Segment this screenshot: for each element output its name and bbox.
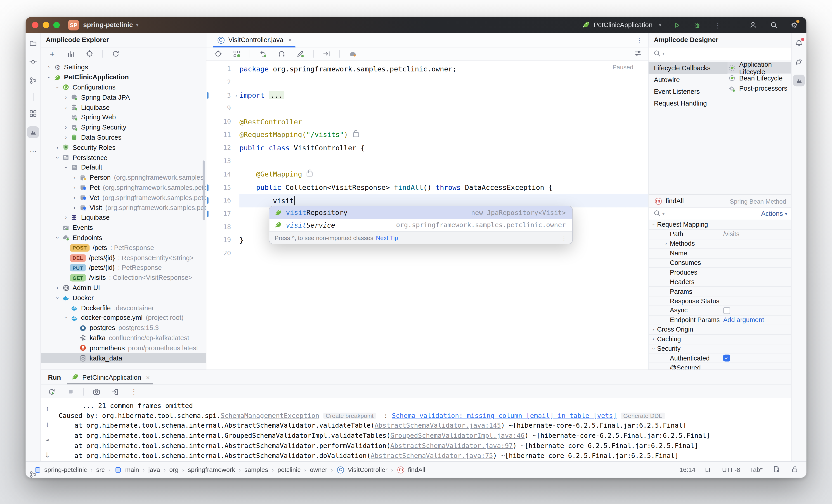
undo-leaf-button[interactable]: [257, 48, 269, 60]
actions-dropdown[interactable]: Actions▾: [761, 210, 787, 217]
commit-button[interactable]: [27, 56, 39, 68]
chevron-down-icon[interactable]: ›: [62, 165, 70, 170]
breadcrumb-samples[interactable]: samples: [244, 466, 268, 474]
run-configuration-selector[interactable]: PetClinicApplication ▾: [582, 20, 661, 30]
bug-button[interactable]: [691, 19, 703, 31]
console-link[interactable]: AbstractSchemaValidator.java:145: [374, 422, 501, 429]
add-argument-link[interactable]: Add argument: [723, 316, 764, 324]
tree-item-data-sources[interactable]: ›Data Sources: [41, 132, 206, 142]
breadcrumb-org[interactable]: org: [170, 466, 179, 474]
modules-button[interactable]: [27, 108, 39, 120]
property-row-endpoint-params[interactable]: Endpoint ParamsAdd argument: [649, 316, 791, 325]
console-output[interactable]: ... 21 common frames omittedCaused by: o…: [54, 398, 791, 461]
stop-button[interactable]: [64, 386, 76, 398]
designer-item-bean-lifecycle[interactable]: Bean Lifecycle: [728, 73, 791, 84]
arrow-bar-button[interactable]: [320, 48, 332, 60]
maximize-window-button[interactable]: [53, 22, 60, 28]
headphones-button[interactable]: [276, 48, 288, 60]
more-options-icon[interactable]: ⋮: [561, 234, 567, 241]
tree-item-events[interactable]: Events: [41, 222, 206, 233]
chevron-right-icon[interactable]: ›: [62, 125, 70, 130]
tree-item-liquibase[interactable]: ›Liquibase: [41, 102, 206, 112]
vcs-button[interactable]: [27, 469, 39, 478]
refresh-button[interactable]: [110, 48, 122, 60]
code-line-2[interactable]: 2: [206, 76, 648, 88]
chevron-right-icon[interactable]: ›: [62, 215, 70, 220]
console-link[interactable]: GroupedSchemaValidatorImpl.java:46: [390, 432, 525, 440]
property-row-request-mapping[interactable]: ›Request Mapping: [649, 220, 791, 230]
tree-item-settings[interactable]: ›⚙Settings: [41, 62, 206, 72]
chevron-down-icon[interactable]: ›: [649, 346, 657, 351]
tree-item-visit[interactable]: ›Visit(org.springframework.samples.petcl…: [41, 203, 206, 213]
editor-tab-visitcontroller[interactable]: C VisitController.java ×: [212, 33, 297, 47]
console-link[interactable]: AbstractSchemaValidator.java:97: [390, 442, 513, 449]
tree-item-spring-security[interactable]: ›Spring Security: [41, 123, 206, 132]
camera-button[interactable]: [90, 386, 102, 398]
chevron-down-icon[interactable]: ›: [649, 222, 657, 228]
cloud-button[interactable]: [346, 48, 358, 60]
chevron-right-icon[interactable]: ›: [70, 195, 78, 201]
breadcrumb-visitcontroller[interactable]: CVisitController: [336, 466, 387, 474]
tree-item-vet[interactable]: ›Vet(org.springframework.samples.petclin…: [41, 192, 206, 203]
scroll-end-button[interactable]: ⇓: [42, 449, 53, 460]
folder-button[interactable]: [27, 37, 39, 49]
console-link[interactable]: SchemaManagementException: [220, 412, 319, 420]
status-widget-tab-[interactable]: Tab*: [750, 466, 763, 474]
code-line-14[interactable]: 14 @GetMapping: [206, 168, 648, 181]
tree-item-docker[interactable]: ›Docker: [41, 293, 206, 303]
code-line-1[interactable]: 1package org.springframework.samples.pet…: [206, 62, 648, 76]
tree-item-admin-ui[interactable]: ›Admin UI: [41, 283, 206, 293]
tree-item-persistence[interactable]: ›Persistence: [41, 153, 206, 162]
tree-item-postgres[interactable]: postgrespostgres:15.3: [41, 323, 206, 333]
run-tab-close-icon[interactable]: ×: [146, 373, 150, 381]
code-line-16[interactable]: 16 visit: [206, 194, 648, 207]
tree-item-person[interactable]: ›Person(org.springframework.samples.petc…: [41, 173, 206, 183]
property-row-authenticated[interactable]: Authenticated✓: [649, 354, 791, 363]
property-row--secured[interactable]: @Secured: [649, 363, 791, 369]
tree-scrollbar[interactable]: [203, 160, 205, 220]
gear-light-button[interactable]: ⚙: [788, 19, 800, 31]
tree-item-petclinicapplication[interactable]: ›PetClinicApplication: [41, 72, 206, 82]
wrap-button[interactable]: ≈: [42, 433, 53, 445]
designer-item-post-processors[interactable]: Post-processors: [728, 83, 791, 94]
up-button[interactable]: ↑: [42, 402, 53, 414]
tree-item--pets-id-[interactable]: PUT/pets/{id}: PetResponse: [41, 263, 206, 273]
chevron-down-icon[interactable]: ›: [53, 295, 61, 300]
chevron-right-icon[interactable]: ›: [70, 175, 78, 180]
code-line-20[interactable]: 20: [206, 246, 648, 260]
vcs-button[interactable]: [27, 75, 39, 86]
chevron-right-icon[interactable]: ›: [62, 135, 70, 140]
status-widget-utf-8[interactable]: UTF-8: [722, 466, 740, 474]
property-row-response-status[interactable]: Response Status: [649, 296, 791, 306]
tree-item-security-roles[interactable]: ›Security Roles: [41, 142, 206, 153]
beans-button[interactable]: [231, 48, 242, 60]
breadcrumb-main[interactable]: main: [114, 466, 139, 474]
chart-button[interactable]: [65, 48, 77, 60]
console-inline-action[interactable]: Create breakpoint: [323, 413, 376, 419]
fold-icon[interactable]: ›: [235, 92, 238, 98]
tab-list-icon[interactable]: ⋮: [636, 36, 643, 44]
tree-item-default[interactable]: ›Default: [41, 162, 206, 173]
property-row-headers[interactable]: Headers: [649, 277, 791, 287]
tree-item--visits[interactable]: GET/visits: Collection<VisitResponse>: [41, 273, 206, 283]
console-link[interactable]: AbstractSchemaValidator.java:75: [370, 452, 493, 459]
property-row-caching[interactable]: ›Caching: [649, 335, 791, 344]
designer-category-lifecycle-callbacks[interactable]: Lifecycle Callbacks: [649, 62, 728, 74]
tree-item-endpoints[interactable]: ›Endpoints: [41, 233, 206, 243]
more-v-button[interactable]: ⋮: [128, 386, 140, 398]
close-window-button[interactable]: [32, 22, 38, 28]
tree-item-kafka-data[interactable]: kafka_data: [41, 353, 206, 363]
more-button[interactable]: ⋯: [27, 145, 39, 157]
target-button[interactable]: [84, 48, 96, 60]
property-row-async[interactable]: Async: [649, 306, 791, 316]
amplicode-button[interactable]: [793, 75, 805, 86]
breadcrumb-src[interactable]: src: [96, 466, 105, 474]
tree-item-kafka[interactable]: kafkaconfluentinc/cp-kafka:latest: [41, 333, 206, 343]
console-inline-action[interactable]: Generate DDL: [621, 413, 665, 419]
code-line-15[interactable]: 15 public Collection<VisitResponse> find…: [206, 181, 648, 194]
inspector-search-input[interactable]: ▾ Actions▾: [649, 208, 791, 220]
tree-item-docker-compose-yml[interactable]: ›docker-compose.yml(project root): [41, 313, 206, 323]
tree-item-spring-data-jpa[interactable]: ›Spring Data JPA: [41, 92, 206, 102]
chevron-right-icon[interactable]: ›: [661, 241, 670, 246]
status-widget-lf[interactable]: LF: [705, 466, 712, 474]
